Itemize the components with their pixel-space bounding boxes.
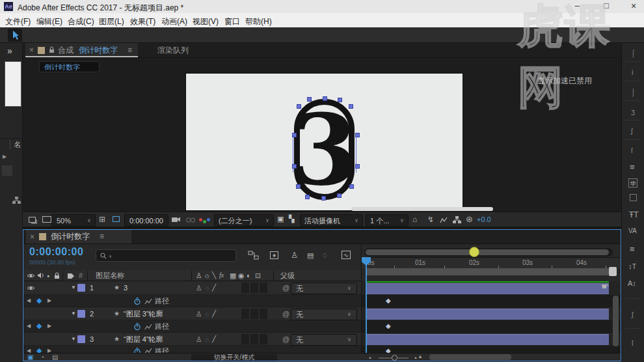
- fx-switch-header-icon[interactable]: fx: [219, 272, 224, 279]
- render-time-column-icon[interactable]: ▤: [52, 354, 58, 361]
- layer-bar-2[interactable]: [366, 309, 609, 320]
- dock-swatch-tab[interactable]: [630, 194, 637, 201]
- menu-effect[interactable]: 效果(T): [130, 16, 155, 27]
- property-row-3[interactable]: ◀ ◆ ▶ 路径: [23, 346, 361, 353]
- mini-flowchart-icon[interactable]: [248, 251, 258, 259]
- zoom-in-mountain-icon[interactable]: ▲: [418, 354, 423, 359]
- label-color-swatch[interactable]: [77, 310, 85, 318]
- shy-switch[interactable]: ♙: [196, 336, 202, 343]
- include-in-graph-icon[interactable]: [144, 298, 152, 305]
- comp-marker-bin-icon[interactable]: [601, 283, 609, 290]
- menu-help[interactable]: 帮助(H): [245, 16, 272, 27]
- keyframe-active-icon[interactable]: ◆: [36, 322, 42, 329]
- time-navigator-handle[interactable]: [469, 247, 479, 257]
- dock-tab-2[interactable]: i: [632, 69, 633, 76]
- shy-switch[interactable]: ♙: [196, 285, 202, 292]
- path-vertex-handle[interactable]: [292, 133, 297, 137]
- switch-cell[interactable]: [241, 334, 249, 344]
- path-vertex-handle[interactable]: [355, 164, 360, 169]
- path-vertex-handle[interactable]: [321, 196, 326, 201]
- dock-character-tab[interactable]: ŦT: [629, 211, 639, 219]
- track-vscrollbar[interactable]: [613, 296, 619, 346]
- tree-expand-arrow[interactable]: ▶: [3, 154, 7, 160]
- pixel-aspect-icon[interactable]: ⌂: [412, 216, 417, 223]
- channel-red-dot[interactable]: [199, 218, 202, 221]
- next-keyframe-icon[interactable]: ▶: [47, 324, 51, 329]
- path-vertex-handle[interactable]: [355, 133, 360, 137]
- comp-flowchart-icon[interactable]: [453, 216, 461, 223]
- tab-close-icon[interactable]: ×: [30, 233, 34, 241]
- parent-pickwhip-icon[interactable]: @: [282, 285, 289, 292]
- menu-animation[interactable]: 动画(A): [161, 16, 187, 27]
- dock-tab-5[interactable]: ʃ: [631, 128, 632, 135]
- target-region-icon[interactable]: ▣: [277, 216, 284, 223]
- expand-layer-pane-icon[interactable]: ▣: [27, 354, 33, 361]
- menu-edit[interactable]: 编辑(E): [36, 16, 62, 27]
- shy-switch[interactable]: ♙: [196, 311, 202, 318]
- path-vertex-handle[interactable]: [292, 164, 297, 169]
- path-vertex-handle[interactable]: [349, 184, 354, 189]
- snapshot-camera-icon[interactable]: [172, 217, 181, 223]
- eye-column-icon[interactable]: [27, 273, 35, 279]
- exposure-value[interactable]: +0.0: [477, 216, 491, 223]
- adjustment-header-icon[interactable]: ◐: [247, 272, 251, 279]
- switch-cell[interactable]: [260, 334, 267, 344]
- path-vertex-handle[interactable]: [305, 195, 310, 199]
- collapse-switch[interactable]: ☼: [204, 311, 210, 318]
- path-vertex-handle[interactable]: [337, 193, 342, 198]
- dock-tab-16[interactable]: ſ: [632, 340, 633, 347]
- work-area-end-handle[interactable]: [609, 267, 617, 276]
- comp-breadcrumb-chip[interactable]: 倒计时数字: [39, 61, 100, 72]
- path-vertex-handle[interactable]: [338, 98, 342, 102]
- dock-tab-6[interactable]: ſ: [631, 147, 632, 154]
- property-name[interactable]: 路径: [155, 298, 169, 305]
- layer-row-1[interactable]: ▼ 1 ★ 3 ♙ ☼ ╱ @ 无 ∨: [23, 281, 361, 295]
- switch-cell[interactable]: [241, 309, 249, 319]
- safe-margins-icon[interactable]: ⊞: [99, 216, 105, 223]
- comp-timecode-box[interactable]: 0:00:00:00: [124, 214, 168, 227]
- menu-composition[interactable]: 合成(C): [68, 16, 94, 27]
- work-area-bar[interactable]: [366, 268, 609, 275]
- layer-name[interactable]: “图层 3”轮廓: [124, 311, 163, 318]
- show-snapshot-icon[interactable]: [186, 217, 195, 223]
- switch-cell[interactable]: [241, 283, 249, 293]
- dock-font-tab[interactable]: 华: [628, 178, 637, 188]
- dock-kerning-tab[interactable]: VA: [628, 228, 637, 234]
- timeline-zoom-slider-knob[interactable]: [392, 355, 397, 361]
- property-row-2[interactable]: ◀ ◆ ▶ 路径: [23, 320, 361, 333]
- layer-bar-1[interactable]: [366, 283, 609, 294]
- dock-baseline-tab[interactable]: A↕: [628, 280, 636, 287]
- frame-blend-header-icon[interactable]: ▦: [230, 272, 236, 279]
- timeline-graph-icon[interactable]: [440, 217, 448, 223]
- dock-tab-4[interactable]: ʒ: [631, 108, 635, 115]
- fast-previews-icon[interactable]: ↯: [427, 216, 434, 223]
- shy-switch-header-icon[interactable]: ♙: [196, 272, 202, 279]
- motion-blur-header-icon[interactable]: ◉: [238, 272, 245, 279]
- audio-column-icon[interactable]: [37, 272, 44, 279]
- lock-column-icon[interactable]: [54, 272, 60, 279]
- flowchart-icon[interactable]: [12, 197, 21, 204]
- parent-select[interactable]: 无 ∨: [291, 334, 357, 346]
- property-name[interactable]: 路径: [155, 348, 169, 353]
- path-vertex-handle[interactable]: [296, 184, 301, 189]
- next-keyframe-icon[interactable]: ▶: [47, 348, 51, 353]
- frame-blend-icon[interactable]: ▤: [307, 252, 314, 259]
- parent-pickwhip-icon[interactable]: @: [282, 336, 289, 343]
- prev-keyframe-icon[interactable]: ◀: [27, 324, 31, 329]
- track-hscrollbar[interactable]: [429, 354, 511, 360]
- project-item-cell[interactable]: [2, 165, 12, 176]
- region-of-interest-icon[interactable]: [113, 216, 120, 222]
- solo-column-icon[interactable]: ●: [47, 273, 49, 278]
- zoom-out-mountain-icon[interactable]: ▲: [368, 355, 372, 359]
- collapse-switch[interactable]: ☼: [204, 285, 210, 292]
- always-preview-icon[interactable]: [29, 217, 36, 223]
- keyframe-active-icon[interactable]: ◆: [36, 297, 42, 304]
- label-column-icon[interactable]: [67, 273, 75, 279]
- include-in-graph-icon[interactable]: [144, 348, 152, 353]
- layer-name[interactable]: 3: [124, 285, 127, 292]
- next-keyframe-icon[interactable]: ▶: [47, 298, 51, 303]
- keyframe-diamond[interactable]: ◆: [386, 323, 391, 329]
- dock-tab-1[interactable]: ⌠: [631, 49, 636, 57]
- label-color-swatch[interactable]: [77, 335, 85, 343]
- switch-cell[interactable]: [260, 283, 267, 293]
